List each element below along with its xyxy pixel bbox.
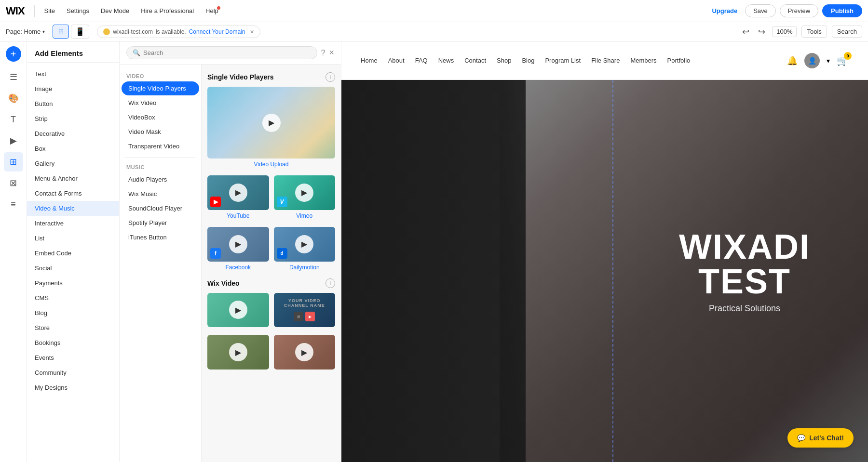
wv4-thumb[interactable]: ▶ xyxy=(274,335,336,370)
devmode-menu-btn[interactable]: Dev Mode xyxy=(97,5,133,16)
dailymotion-label[interactable]: Dailymotion xyxy=(274,264,336,271)
panel-item-box[interactable]: Box xyxy=(27,141,119,156)
submenu-videobox[interactable]: VideoBox xyxy=(122,110,199,124)
panel-item-strip[interactable]: Strip xyxy=(27,111,119,126)
sidebar-icon-text[interactable]: T xyxy=(4,110,23,129)
nav-item-members[interactable]: Members xyxy=(630,57,656,64)
panel-item-blog[interactable]: Blog xyxy=(27,305,119,320)
domain-close-btn[interactable]: × xyxy=(250,28,254,36)
panel-item-embed-code[interactable]: Embed Code xyxy=(27,246,119,261)
save-btn[interactable]: Save xyxy=(745,4,776,17)
cart-icon[interactable]: 🛒 0 xyxy=(837,55,849,66)
wv2-thumb[interactable]: YOUR VIDEO CHANNEL NAME ⊞ ▶ xyxy=(274,293,336,328)
tools-btn[interactable]: Tools xyxy=(801,26,827,38)
sidebar-icon-pages[interactable]: ☰ xyxy=(4,67,23,87)
panel-item-interactive[interactable]: Interactive xyxy=(27,216,119,231)
video-upload-label[interactable]: Video Upload xyxy=(207,161,335,168)
close-panel-btn[interactable]: × xyxy=(329,48,334,58)
page-selector[interactable]: Page: Home ▾ xyxy=(6,28,45,35)
user-avatar[interactable]: 👤 xyxy=(804,53,820,68)
search-btn[interactable]: Search xyxy=(832,26,862,38)
nav-item-blog[interactable]: Blog xyxy=(522,57,534,64)
wv1-thumb[interactable]: ▶ xyxy=(207,293,269,328)
submenu-spotify[interactable]: Spotify Player xyxy=(122,216,199,230)
widget-grid-row1: ▶ ▶ YouTube ▶ V Vimeo xyxy=(207,175,335,219)
submenu-video-mask[interactable]: Video Mask xyxy=(122,125,199,139)
panel-item-events[interactable]: Events xyxy=(27,350,119,365)
sidebar-icon-design[interactable]: 🎨 xyxy=(4,89,23,108)
nav-item-shop[interactable]: Shop xyxy=(497,57,511,64)
panel-item-button[interactable]: Button xyxy=(27,96,119,111)
sidebar-icon-wix-apps[interactable]: ⊠ xyxy=(4,173,23,193)
second-bar-right: ↩ ↪ 100% Tools Search xyxy=(740,26,862,38)
youtube-label[interactable]: YouTube xyxy=(207,212,269,219)
site-menu-btn[interactable]: Site xyxy=(41,5,59,16)
nav-item-file-share[interactable]: File Share xyxy=(591,57,620,64)
website-canvas: HomeAboutFAQNewsContactShopBlogProgram L… xyxy=(341,41,868,462)
add-elements-btn[interactable]: + xyxy=(6,46,21,62)
video-upload-thumb[interactable]: ▶ xyxy=(207,87,335,158)
panel-item-video---music[interactable]: Video & Music xyxy=(27,201,119,216)
panel-item-payments[interactable]: Payments xyxy=(27,276,119,290)
connect-domain-link[interactable]: Connect Your Domain xyxy=(189,28,245,35)
submenu-wix-music[interactable]: Wix Music xyxy=(122,187,199,201)
wix-video-info-icon[interactable]: i xyxy=(326,278,335,288)
panel-item-community[interactable]: Community xyxy=(27,365,119,380)
chevron-down-icon: ▾ xyxy=(42,29,45,34)
publish-btn[interactable]: Publish xyxy=(822,4,862,17)
nav-item-portfolio[interactable]: Portfolio xyxy=(667,57,691,64)
facebook-label[interactable]: Facebook xyxy=(207,264,269,271)
sidebar-icon-apps[interactable]: ⊞ xyxy=(4,152,23,172)
hire-professional-btn[interactable]: Hire a Professional xyxy=(137,5,198,16)
facebook-thumb[interactable]: ▶ f xyxy=(207,227,269,262)
vimeo-thumb[interactable]: ▶ V xyxy=(274,175,336,210)
settings-menu-btn[interactable]: Settings xyxy=(63,5,93,16)
help-btn[interactable]: Help xyxy=(202,5,222,16)
nav-item-faq[interactable]: FAQ xyxy=(415,57,428,64)
panel-item-bookings[interactable]: Bookings xyxy=(27,335,119,350)
nav-item-about[interactable]: About xyxy=(388,57,405,64)
panel-item-gallery[interactable]: Gallery xyxy=(27,156,119,171)
panel-item-menu---anchor[interactable]: Menu & Anchor xyxy=(27,171,119,186)
single-video-info-icon[interactable]: i xyxy=(326,72,335,82)
panel-item-list[interactable]: List xyxy=(27,231,119,246)
panel-item-decorative[interactable]: Decorative xyxy=(27,126,119,141)
nav-item-home[interactable]: Home xyxy=(361,57,378,64)
desktop-view-btn[interactable]: 🖥 xyxy=(53,25,69,39)
redo-btn[interactable]: ↪ xyxy=(756,26,767,38)
dailymotion-thumb[interactable]: ▶ d xyxy=(274,227,336,262)
sidebar-icon-media[interactable]: ▶ xyxy=(4,131,23,150)
panel-item-image[interactable]: Image xyxy=(27,81,119,96)
panel-item-contact---forms[interactable]: Contact & Forms xyxy=(27,186,119,201)
submenu-wix-video[interactable]: Wix Video xyxy=(122,96,199,110)
middle-panel: 🔍 ? × VIDEO Single Video Players Wix Vid… xyxy=(120,41,341,462)
preview-btn[interactable]: Preview xyxy=(780,4,818,17)
play-icon-fb: ▶ xyxy=(229,235,247,253)
widget-card-youtube: ▶ ▶ YouTube xyxy=(207,175,269,219)
help-icon-btn[interactable]: ? xyxy=(321,49,326,57)
panel-item-text[interactable]: Text xyxy=(27,66,119,81)
bell-icon[interactable]: 🔔 xyxy=(787,55,798,66)
wv3-thumb[interactable]: ▶ xyxy=(207,335,269,370)
nav-item-contact[interactable]: Contact xyxy=(464,57,486,64)
upgrade-btn[interactable]: Upgrade xyxy=(708,5,741,16)
submenu-itunes[interactable]: iTunes Button xyxy=(122,230,199,244)
panel-item-cms[interactable]: CMS xyxy=(27,290,119,305)
sidebar-icon-site-menu[interactable]: ≡ xyxy=(4,195,23,214)
submenu-transparent-video[interactable]: Transparent Video xyxy=(122,139,199,153)
vimeo-label[interactable]: Vimeo xyxy=(274,212,336,219)
mobile-view-btn[interactable]: 📱 xyxy=(71,25,89,39)
panel-item-social[interactable]: Social xyxy=(27,261,119,276)
nav-item-news[interactable]: News xyxy=(438,57,454,64)
submenu-soundcloud[interactable]: SoundCloud Player xyxy=(122,201,199,215)
submenu-single-video-players[interactable]: Single Video Players xyxy=(122,81,199,95)
search-box[interactable]: 🔍 xyxy=(126,46,317,59)
undo-btn[interactable]: ↩ xyxy=(740,26,751,38)
panel-item-store[interactable]: Store xyxy=(27,320,119,335)
nav-item-program-list[interactable]: Program List xyxy=(545,57,581,64)
submenu-audio-players[interactable]: Audio Players xyxy=(122,172,199,186)
panel-item-my-designs[interactable]: My Designs xyxy=(27,380,119,395)
chat-button[interactable]: 💬 Let's Chat! xyxy=(787,428,854,448)
search-input[interactable] xyxy=(143,49,311,56)
youtube-thumb[interactable]: ▶ ▶ xyxy=(207,175,269,210)
